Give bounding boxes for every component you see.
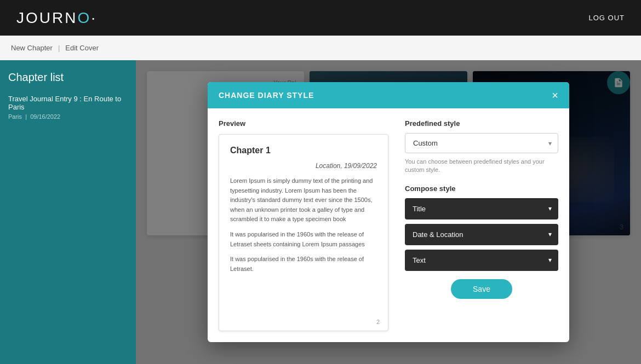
- preview-chapter-title: Chapter 1: [230, 146, 377, 155]
- save-button[interactable]: Save: [451, 279, 512, 299]
- sidebar-item-meta: Paris | 09/16/2022: [8, 113, 128, 120]
- preview-date-location: Location, 19/09/2022: [230, 162, 377, 170]
- modal-close-button[interactable]: ×: [552, 90, 558, 101]
- edit-cover-link[interactable]: Edit Cover: [65, 44, 99, 52]
- sidebar-date: 09/16/2022: [30, 113, 60, 120]
- preview-label: Preview: [219, 119, 388, 128]
- right-section: Predefined style Custom Style 1 Style 2 …: [405, 119, 558, 331]
- change-diary-style-modal: CHANGE DIARY STYLE × Preview Chapter 1 L…: [208, 82, 569, 342]
- sidebar-city: Paris: [8, 113, 22, 120]
- subheader-separator: |: [58, 44, 60, 52]
- sidebar: Chapter list Travel Journal Entry 9 : En…: [0, 60, 136, 364]
- subheader: New Chapter | Edit Cover: [0, 36, 641, 60]
- preview-text-2: It was popularised in the 1960s with the…: [230, 230, 377, 249]
- text-dropdown-wrapper: Text ▾: [405, 250, 558, 271]
- date-location-style-select[interactable]: Date & Location: [405, 224, 558, 245]
- sidebar-item-journal[interactable]: Travel Journal Entry 9 : En Route to Par…: [8, 95, 128, 111]
- logo-accent: O: [77, 9, 91, 26]
- text-style-select[interactable]: Text: [405, 250, 558, 271]
- app-logo: JOURNO·: [16, 9, 97, 27]
- main-layout: Chapter list Travel Journal Entry 9 : En…: [0, 60, 641, 364]
- predefined-hint-text: You can choose between predefined styles…: [405, 158, 558, 175]
- title-style-select[interactable]: Title: [405, 198, 558, 219]
- predefined-style-select[interactable]: Custom Style 1 Style 2 Style 3: [405, 133, 558, 153]
- title-dropdown-wrapper: Title ▾: [405, 198, 558, 219]
- modal-header: CHANGE DIARY STYLE ×: [208, 82, 569, 108]
- predefined-style-dropdown-wrapper: Custom Style 1 Style 2 Style 3 ▾: [405, 133, 558, 153]
- predefined-style-label: Predefined style: [405, 119, 558, 128]
- modal-body: Preview Chapter 1 Location, 19/09/2022 L…: [208, 108, 569, 342]
- modal-overlay: CHANGE DIARY STYLE × Preview Chapter 1 L…: [136, 60, 641, 364]
- compose-style-label: Compose style: [405, 184, 558, 193]
- date-location-dropdown-wrapper: Date & Location ▾: [405, 224, 558, 245]
- app-header: JOURNO· LOG OUT: [0, 0, 641, 36]
- new-chapter-link[interactable]: New Chapter: [11, 44, 53, 52]
- preview-section: Preview Chapter 1 Location, 19/09/2022 L…: [219, 119, 388, 331]
- sidebar-title: Chapter list: [8, 71, 128, 84]
- modal-title: CHANGE DIARY STYLE: [219, 91, 314, 100]
- preview-text-1: Lorem Ipsum is simply dummy text of the …: [230, 176, 377, 224]
- preview-card: Chapter 1 Location, 19/09/2022 Lorem Ips…: [219, 134, 388, 331]
- preview-page-number: 2: [376, 319, 380, 325]
- logout-button[interactable]: LOG OUT: [588, 14, 625, 22]
- content-area: Your Pal 2 3 ›: [136, 60, 641, 364]
- preview-text-3: It was popularised in the 1960s with the…: [230, 255, 377, 274]
